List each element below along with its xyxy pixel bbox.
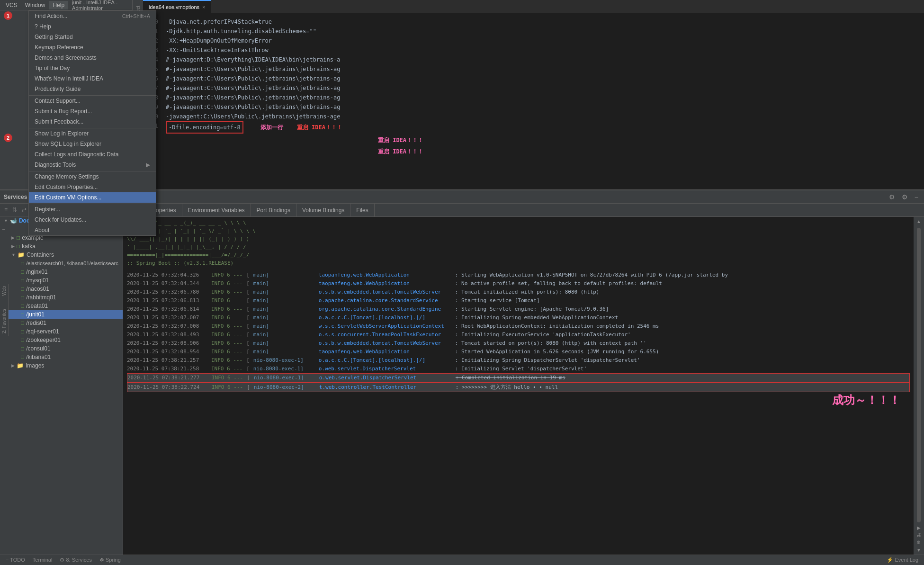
code-line-15: #-javaagent:C:\Users\Public\.jetbrains\j… [166, 64, 920, 74]
collapse-icon[interactable]: − [2, 226, 5, 233]
log-line-14: 2020-11-25 07:38:22.724 INFO 6 --- [ nio… [127, 383, 910, 392]
services-title: Services [4, 194, 27, 200]
tree-kibana[interactable]: □ /kibana01 [0, 353, 123, 361]
minimize-icon[interactable]: − [913, 192, 920, 202]
services-item[interactable]: ⚙ 8: Services [58, 557, 93, 563]
edit-custom-vm-options-item[interactable]: Edit Custom VM Options... [29, 192, 156, 203]
log-line-9: 2020-11-25 07:32:08.906 INFO 6 --- [ mai… [127, 339, 910, 348]
port-bindings-tab[interactable]: Port Bindings [251, 204, 296, 217]
code-line-10: -Djava.net.preferIPv4Stack=true [166, 17, 920, 27]
left-favorites-panel: Web 2: Favorites [0, 284, 9, 336]
web-label[interactable]: Web [1, 286, 7, 296]
code-area[interactable]: -Djava.net.preferIPv4Stack=true -Djdk.ht… [162, 13, 924, 189]
terminal-item[interactable]: Terminal [31, 557, 54, 563]
code-line-16: #-javaagent:C:\Users\Public\.jetbrains\j… [166, 74, 920, 83]
files-tab[interactable]: Files [350, 204, 374, 217]
spring-banner: /\\ / ___'_ __ _ _(_)_ __ __ _ \ \ \ \ (… [127, 219, 910, 267]
change-memory-item[interactable]: Change Memory Settings [29, 171, 156, 182]
collect-logs-item[interactable]: Collect Logs and Diagnostic Data [29, 149, 156, 160]
scroll-down-btn[interactable]: ▼ [915, 546, 923, 555]
contact-support-item[interactable]: Contact Support... [29, 95, 156, 106]
ide-editor: idea64.exe.vmoptions × 10111213 14151617… [143, 0, 924, 189]
tree-rabbitmq[interactable]: □ /rabbitmq01 [0, 293, 123, 302]
log-line-7: 2020-11-25 07:32:07.008 INFO 6 --- [ mai… [127, 322, 910, 331]
tree-kafka[interactable]: ▶ □ kafka [0, 242, 123, 251]
tree-junit[interactable]: □ /junit01 [0, 310, 123, 319]
productivity-guide-item[interactable]: Productivity Guide [29, 84, 156, 94]
tree-redis[interactable]: □ /redis01 [0, 319, 123, 327]
services-tree: ≡ ⇅ ⇄ ▽ ⊞ + ▼ 🐋 Docker − ▶ □ example [0, 204, 123, 555]
tree-images[interactable]: ▶ 📁 Images [0, 361, 123, 370]
show-sql-log-item[interactable]: Show SQL Log in Explorer [29, 139, 156, 149]
todo-item[interactable]: ≡ TODO [4, 557, 27, 563]
editor-content: 10111213 14151617 18192021 -Djava.net.pr… [143, 13, 924, 189]
log-line-3: 2020-11-25 07:32:06.780 INFO 6 --- [ mai… [127, 288, 910, 296]
env-variables-tab[interactable]: Environment Variables [182, 204, 251, 217]
log-line-2: 2020-11-25 07:32:04.344 INFO 6 --- [ mai… [127, 279, 910, 288]
code-line-11: -Djdk.http.auth.tunneling.disabledScheme… [166, 27, 920, 36]
code-line-14: #-javaagent:D:\Everything\IDEA\IDEA\bin\… [166, 55, 920, 64]
volume-bindings-tab[interactable]: Volume Bindings [296, 204, 350, 217]
tree-btn-3[interactable]: ⇄ [20, 206, 28, 214]
favorites-label[interactable]: 2: Favorites [1, 309, 7, 333]
diagnostic-tools-item[interactable]: Diagnostic Tools ▶ [29, 160, 156, 170]
tree-nacos[interactable]: □ /nacos01 [0, 285, 123, 293]
statusbar-right: ⚡ Event Log [885, 557, 920, 563]
find-action-item[interactable]: Find Action... Ctrl+Shift+A [29, 11, 156, 21]
print-icon[interactable]: 🖨 [915, 531, 922, 538]
code-line-13: -XX:-OmitStackTraceInFastThrow [166, 45, 920, 55]
tree-elasticsearch[interactable]: □ /elasticsearch01, /kibana01/elasticsea… [0, 259, 123, 268]
menu-vcs[interactable]: VCS [2, 1, 21, 9]
gear-icon[interactable]: ⚙ [900, 192, 910, 202]
submit-bug-item[interactable]: Submit a Bug Report... [29, 106, 156, 117]
restart-idea-2-line: 重启 IDEA！！！ [166, 135, 920, 145]
keymap-reference-item[interactable]: Keymap Reference [29, 42, 156, 53]
log-content: /\\ / ___'_ __ _ _(_)_ __ __ _ \ \ \ \ (… [123, 217, 914, 555]
about-item[interactable]: About [29, 225, 156, 235]
tree-consul[interactable]: □ /consul01 [0, 344, 123, 353]
statusbar: ≡ TODO Terminal ⚙ 8: Services ☘ Spring ⚡… [0, 555, 924, 565]
whats-new-item[interactable]: What's New in IntelliJ IDEA [29, 73, 156, 84]
demos-screencasts-item[interactable]: Demos and Screencasts [29, 53, 156, 63]
tip-of-day-item[interactable]: Tip of the Day [29, 63, 156, 73]
tree-nginx[interactable]: □ /nginx01 [0, 268, 123, 276]
scroll-up-btn[interactable]: ▲ [915, 217, 923, 226]
scroll-thumb[interactable] [917, 228, 921, 522]
tree-containers[interactable]: ▼ 📁 Containers [0, 251, 123, 259]
tree-btn-2[interactable]: ⇅ [11, 206, 18, 214]
ide-left-panel: VCS Window Help junit - IntelliJ IDEA - … [0, 0, 133, 189]
tree-seata[interactable]: □ /seata01 [0, 302, 123, 310]
event-log-item[interactable]: ⚡ Event Log [885, 557, 920, 563]
delete-icon[interactable]: 🗑 [915, 538, 922, 546]
check-updates-item[interactable]: Check for Updates... [29, 215, 156, 225]
log-line-10: 2020-11-25 07:32:08.954 INFO 6 --- [ mai… [127, 348, 910, 356]
services-body: ≡ ⇅ ⇄ ▽ ⊞ + ▼ 🐋 Docker − ▶ □ example [0, 204, 924, 555]
settings-icon[interactable]: ⚙ [887, 192, 897, 202]
services-log: Log Properties Environment Variables Por… [123, 204, 924, 555]
log-line-11: 2020-11-25 07:38:21.257 INFO 6 --- [ nio… [127, 356, 910, 365]
log-line-6: 2020-11-25 07:32:07.007 INFO 6 --- [ mai… [127, 314, 910, 322]
ide-menubar: VCS Window Help junit - IntelliJ IDEA - … [0, 0, 132, 10]
restart-idea-1: 重启 IDEA！！！ [297, 124, 342, 131]
show-log-explorer-item[interactable]: Show Log in Explorer [29, 128, 156, 139]
tree-sqlserver[interactable]: □ /sql-server01 [0, 327, 123, 336]
log-line-13: 2020-11-25 07:38:21.277 INFO 6 --- [ nio… [127, 373, 910, 383]
restart-idea-3: 重启 IDEA！！！ [378, 148, 423, 155]
editor-tabs: idea64.exe.vmoptions × [143, 0, 924, 13]
scroll-right-icon[interactable]: ▶ [916, 524, 922, 531]
add-line-annotation: 添加一行 [260, 124, 283, 131]
submit-feedback-item[interactable]: Submit Feedback... [29, 117, 156, 127]
tree-mysql[interactable]: □ /mysql01 [0, 276, 123, 285]
edit-custom-props-item[interactable]: Edit Custom Properties... [29, 182, 156, 192]
tree-zookeeper[interactable]: □ /zookeeper01 [0, 336, 123, 344]
register-item[interactable]: Register... [29, 204, 156, 215]
help-item[interactable]: ? Help [29, 21, 156, 32]
close-tab-icon[interactable]: × [202, 4, 205, 10]
tree-btn-1[interactable]: ≡ [3, 206, 9, 214]
services-panel: Services ⚙ ⚙ − ≡ ⇅ ⇄ ▽ ⊞ + ▼ 🐋 Docker [0, 189, 924, 565]
spring-item[interactable]: ☘ Spring [98, 557, 123, 563]
getting-started-item[interactable]: Getting Started [29, 32, 156, 42]
menu-window[interactable]: Window [21, 1, 49, 9]
menu-help[interactable]: Help [49, 1, 68, 9]
code-line-17: #-javaagent:C:\Users\Public\.jetbrains\j… [166, 83, 920, 93]
